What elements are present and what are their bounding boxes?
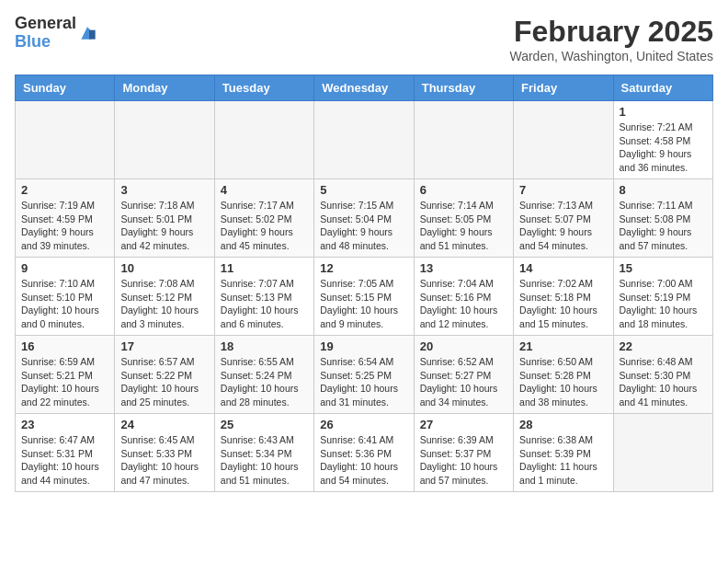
day-number: 24: [120, 418, 208, 431]
day-number: 17: [120, 339, 208, 353]
day-number: 10: [120, 261, 208, 275]
calendar-table: SundayMondayTuesdayWednesdayThursdayFrid…: [15, 75, 713, 492]
day-cell: 24Sunrise: 6:45 AM Sunset: 5:33 PM Dayli…: [115, 414, 214, 492]
week-row-4: 16Sunrise: 6:59 AM Sunset: 5:21 PM Dayli…: [16, 336, 713, 414]
day-cell: 2Sunrise: 7:19 AM Sunset: 4:59 PM Daylig…: [16, 179, 115, 258]
day-cell: 8Sunrise: 7:11 AM Sunset: 5:08 PM Daylig…: [613, 179, 712, 258]
weekday-header-thursday: Thursday: [414, 75, 513, 101]
day-cell: 16Sunrise: 6:59 AM Sunset: 5:21 PM Dayli…: [16, 336, 115, 414]
day-info: Sunrise: 7:15 AM Sunset: 5:04 PM Dayligh…: [320, 199, 407, 253]
logo-icon: [78, 24, 97, 42]
day-info: Sunrise: 6:43 AM Sunset: 5:34 PM Dayligh…: [221, 433, 308, 488]
location: Warden, Washington, United States: [509, 49, 713, 63]
day-number: 26: [320, 418, 407, 431]
day-cell: 23Sunrise: 6:47 AM Sunset: 5:31 PM Dayli…: [16, 414, 115, 492]
day-cell: [613, 414, 712, 492]
day-cell: 9Sunrise: 7:10 AM Sunset: 5:10 PM Daylig…: [16, 258, 115, 336]
day-cell: [214, 101, 313, 179]
day-number: 15: [620, 261, 707, 275]
day-info: Sunrise: 7:10 AM Sunset: 5:10 PM Dayligh…: [21, 277, 108, 331]
logo: General Blue: [15, 15, 97, 52]
day-cell: 20Sunrise: 6:52 AM Sunset: 5:27 PM Dayli…: [414, 336, 513, 414]
weekday-header-monday: Monday: [115, 75, 214, 101]
week-row-5: 23Sunrise: 6:47 AM Sunset: 5:31 PM Dayli…: [16, 414, 713, 492]
svg-marker-1: [89, 29, 96, 39]
weekday-header-friday: Friday: [514, 75, 613, 101]
day-info: Sunrise: 6:57 AM Sunset: 5:22 PM Dayligh…: [120, 355, 208, 409]
day-cell: 17Sunrise: 6:57 AM Sunset: 5:22 PM Dayli…: [115, 336, 214, 414]
day-info: Sunrise: 7:07 AM Sunset: 5:13 PM Dayligh…: [221, 277, 308, 331]
week-row-3: 9Sunrise: 7:10 AM Sunset: 5:10 PM Daylig…: [16, 258, 713, 336]
day-info: Sunrise: 6:55 AM Sunset: 5:24 PM Dayligh…: [221, 355, 308, 409]
day-number: 14: [519, 261, 607, 275]
day-info: Sunrise: 7:18 AM Sunset: 5:01 PM Dayligh…: [120, 199, 208, 253]
day-number: 16: [21, 339, 108, 353]
day-info: Sunrise: 7:05 AM Sunset: 5:15 PM Dayligh…: [320, 277, 407, 331]
logo-blue: Blue: [15, 33, 76, 52]
day-cell: 10Sunrise: 7:08 AM Sunset: 5:12 PM Dayli…: [115, 258, 214, 336]
day-number: 18: [221, 339, 308, 353]
day-cell: 27Sunrise: 6:39 AM Sunset: 5:37 PM Dayli…: [414, 414, 513, 492]
day-cell: 11Sunrise: 7:07 AM Sunset: 5:13 PM Dayli…: [214, 258, 313, 336]
day-cell: [514, 101, 613, 179]
day-number: 8: [620, 183, 707, 197]
day-number: 7: [519, 183, 607, 197]
day-cell: 19Sunrise: 6:54 AM Sunset: 5:25 PM Dayli…: [314, 336, 414, 414]
day-info: Sunrise: 7:19 AM Sunset: 4:59 PM Dayligh…: [21, 199, 108, 253]
day-number: 19: [320, 339, 407, 353]
day-cell: [414, 101, 513, 179]
day-info: Sunrise: 7:13 AM Sunset: 5:07 PM Dayligh…: [519, 199, 607, 253]
day-info: Sunrise: 6:45 AM Sunset: 5:33 PM Dayligh…: [120, 433, 208, 488]
day-info: Sunrise: 6:48 AM Sunset: 5:30 PM Dayligh…: [620, 355, 707, 409]
day-cell: 12Sunrise: 7:05 AM Sunset: 5:15 PM Dayli…: [314, 258, 414, 336]
weekday-header-tuesday: Tuesday: [214, 75, 313, 101]
day-number: 20: [420, 339, 507, 353]
title-block: February 2025 Warden, Washington, United…: [509, 15, 713, 63]
day-info: Sunrise: 6:59 AM Sunset: 5:21 PM Dayligh…: [21, 355, 108, 409]
day-info: Sunrise: 7:02 AM Sunset: 5:18 PM Dayligh…: [519, 277, 607, 331]
weekday-header-wednesday: Wednesday: [314, 75, 414, 101]
week-row-1: 1Sunrise: 7:21 AM Sunset: 4:58 PM Daylig…: [16, 101, 713, 179]
day-cell: 6Sunrise: 7:14 AM Sunset: 5:05 PM Daylig…: [414, 179, 513, 258]
day-number: 2: [21, 183, 108, 197]
day-number: 23: [21, 418, 108, 431]
day-info: Sunrise: 6:39 AM Sunset: 5:37 PM Dayligh…: [420, 433, 507, 488]
day-info: Sunrise: 6:54 AM Sunset: 5:25 PM Dayligh…: [320, 355, 407, 409]
day-number: 21: [519, 339, 607, 353]
day-cell: 15Sunrise: 7:00 AM Sunset: 5:19 PM Dayli…: [613, 258, 712, 336]
day-cell: 1Sunrise: 7:21 AM Sunset: 4:58 PM Daylig…: [613, 101, 712, 179]
weekday-header-sunday: Sunday: [16, 75, 115, 101]
day-cell: 3Sunrise: 7:18 AM Sunset: 5:01 PM Daylig…: [115, 179, 214, 258]
day-cell: [115, 101, 214, 179]
weekday-header-saturday: Saturday: [613, 75, 712, 101]
logo-text: General Blue: [15, 15, 97, 52]
day-number: 1: [620, 105, 707, 119]
day-cell: 13Sunrise: 7:04 AM Sunset: 5:16 PM Dayli…: [414, 258, 513, 336]
day-number: 5: [320, 183, 407, 197]
day-cell: 28Sunrise: 6:38 AM Sunset: 5:39 PM Dayli…: [514, 414, 613, 492]
day-number: 28: [519, 418, 607, 431]
day-number: 27: [420, 418, 507, 431]
day-info: Sunrise: 6:38 AM Sunset: 5:39 PM Dayligh…: [519, 433, 607, 488]
day-number: 4: [221, 183, 308, 197]
weekday-header-row: SundayMondayTuesdayWednesdayThursdayFrid…: [16, 75, 713, 101]
week-row-2: 2Sunrise: 7:19 AM Sunset: 4:59 PM Daylig…: [16, 179, 713, 258]
day-number: 11: [221, 261, 308, 275]
page-header: General Blue February 2025 Warden, Washi…: [15, 15, 713, 63]
day-number: 6: [420, 183, 507, 197]
day-info: Sunrise: 6:47 AM Sunset: 5:31 PM Dayligh…: [21, 433, 108, 488]
day-cell: 26Sunrise: 6:41 AM Sunset: 5:36 PM Dayli…: [314, 414, 414, 492]
day-info: Sunrise: 6:41 AM Sunset: 5:36 PM Dayligh…: [320, 433, 407, 488]
day-number: 12: [320, 261, 407, 275]
day-info: Sunrise: 7:00 AM Sunset: 5:19 PM Dayligh…: [620, 277, 707, 331]
day-cell: 7Sunrise: 7:13 AM Sunset: 5:07 PM Daylig…: [514, 179, 613, 258]
logo-general: General: [15, 15, 76, 33]
day-info: Sunrise: 6:50 AM Sunset: 5:28 PM Dayligh…: [519, 355, 607, 409]
day-cell: 21Sunrise: 6:50 AM Sunset: 5:28 PM Dayli…: [514, 336, 613, 414]
day-number: 22: [620, 339, 707, 353]
day-number: 9: [21, 261, 108, 275]
day-cell: [314, 101, 414, 179]
month-title: February 2025: [509, 15, 713, 49]
day-number: 25: [221, 418, 308, 431]
day-info: Sunrise: 7:17 AM Sunset: 5:02 PM Dayligh…: [221, 199, 308, 253]
